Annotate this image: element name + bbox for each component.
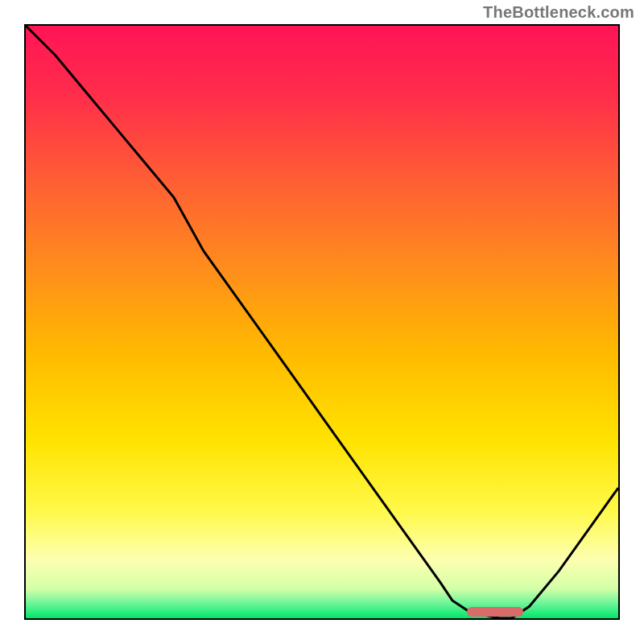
optimal-range-marker xyxy=(467,607,523,617)
chart-container: TheBottleneck.com xyxy=(0,0,644,644)
watermark-text: TheBottleneck.com xyxy=(483,3,634,22)
plot-frame xyxy=(24,24,620,620)
bottleneck-curve xyxy=(26,26,618,618)
curve-layer xyxy=(26,26,618,618)
